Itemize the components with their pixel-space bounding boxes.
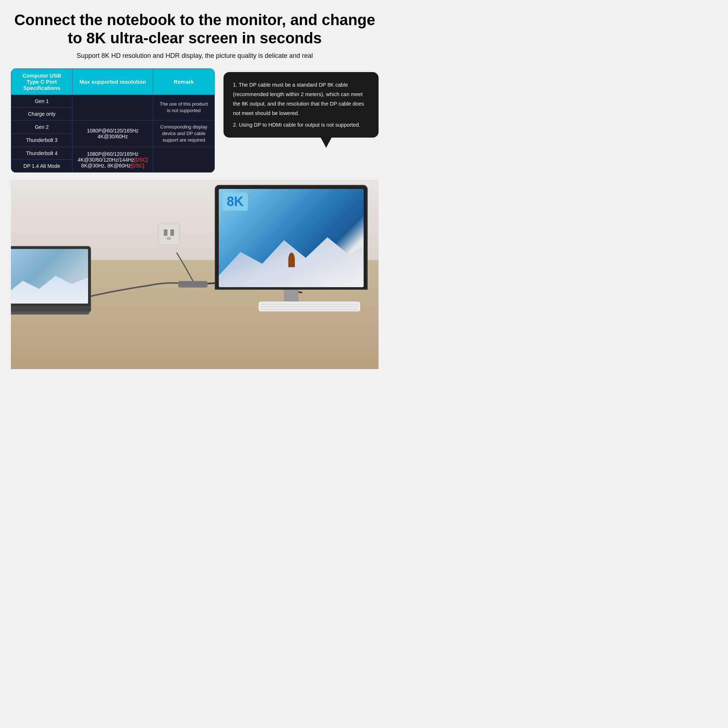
remark-cell-dp: Corresponding display device and DP cabl… [153, 120, 214, 147]
outlet-ground [167, 237, 171, 240]
lower-scene: 8K [11, 180, 379, 369]
person-silhouette [288, 252, 295, 267]
note-2: 2. Using DP to HDMI cable for output is … [233, 120, 369, 130]
outlet-slot-right [170, 229, 174, 236]
port-cell: Charge only [11, 107, 72, 120]
laptop [11, 246, 91, 315]
monitor-screen: 8K [219, 189, 364, 287]
port-cell: DP 1.4 Alt Mode [11, 160, 72, 173]
main-title: Connect the notebook to the monitor, and… [11, 11, 379, 48]
laptop-screen-mountain [11, 271, 88, 304]
8k-badge: 8K [222, 193, 248, 211]
table-row: Gen 2 1080P@60/120/165Hz4K@30/60Hz Corre… [11, 120, 215, 134]
resolution-cell-gen2: 1080P@60/120/165Hz4K@30/60Hz [72, 120, 153, 147]
monitor-screen-wrapper: 8K [215, 185, 368, 290]
monitor: 8K [215, 185, 368, 311]
resolution-cell-tb4: 1080P@60/120/165Hz 4K@30/60/120Hz/144Hz[… [72, 147, 153, 173]
table-row: Gen 1 The use of this product is not sup… [11, 95, 215, 107]
port-cell: Gen 2 [11, 120, 72, 134]
port-cell: Thunderbolt 3 [11, 134, 72, 147]
keyboard [258, 301, 360, 312]
table-row: Thunderbolt 4 1080P@60/120/165Hz 4K@30/6… [11, 147, 215, 160]
notes-bubble: 1. The DP cable must be a standard DP 8K… [223, 72, 379, 138]
subtitle: Support 8K HD resolution and HDR display… [11, 52, 379, 60]
notes-section: 1. The DP cable must be a standard DP 8K… [223, 69, 379, 145]
page-wrapper: Connect the notebook to the monitor, and… [0, 0, 390, 369]
spec-table: Computer USB Type C Port Specifications … [11, 69, 215, 173]
laptop-base [11, 306, 91, 312]
col3-header: Remark [153, 69, 214, 95]
laptop-screen [11, 249, 88, 304]
port-cell: Thunderbolt 4 [11, 147, 72, 160]
power-outlet [158, 223, 180, 245]
note-1: 1. The DP cable must be a standard DP 8K… [233, 80, 369, 118]
remark-cell-unsupported: The use of this product is not supported [153, 95, 214, 120]
port-cell: Gen 1 [11, 95, 72, 107]
col2-header: Max supported resolution [72, 69, 153, 95]
laptop-screen-wrapper [11, 246, 91, 306]
remark-cell-empty [153, 147, 214, 173]
laptop-keyboard [11, 312, 90, 315]
resolution-cell-empty [72, 95, 153, 120]
outlet-slot-left [164, 229, 167, 236]
col1-header: Computer USB Type C Port Specifications [11, 69, 72, 95]
